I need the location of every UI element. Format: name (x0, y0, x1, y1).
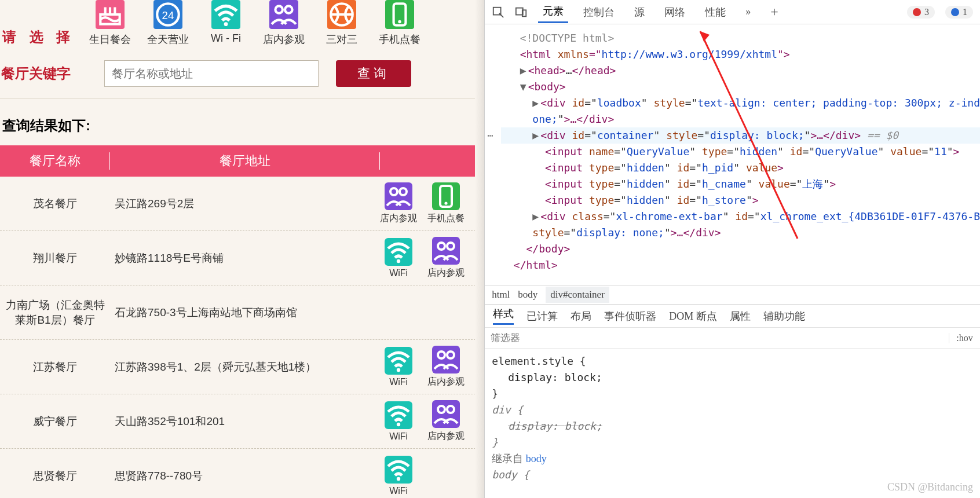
subtab-styles[interactable]: 样式 (493, 307, 514, 325)
svg-point-16 (397, 259, 400, 262)
category-list: 生日餐会24全天营业Wi - Fi店内参观三对三手机点餐 (87, 0, 423, 46)
tab-network[interactable]: 网络 (660, 2, 690, 23)
device-icon[interactable] (515, 6, 528, 19)
search-label: 餐厅关键字 (0, 64, 87, 83)
svg-point-25 (397, 477, 400, 480)
badge-label: WiFi (389, 431, 408, 442)
badge-label: 手机点餐 (427, 213, 465, 225)
row-badge[interactable]: WiFi (380, 401, 417, 442)
row-badges: 店内参观手机点餐 (380, 182, 484, 225)
table-row: 江苏餐厅江苏路398号1、2层（舜元弘基天地1楼）WiFi店内参观 (0, 340, 484, 394)
row-badge[interactable]: 店内参观 (427, 400, 465, 442)
row-name: 翔川餐厅 (0, 247, 110, 269)
category-label: 生日餐会 (89, 32, 131, 46)
row-badges: WiFi店内参观 (380, 346, 484, 388)
svg-point-7 (275, 6, 283, 13)
subtab-props[interactable]: 属性 (730, 309, 751, 323)
search-input[interactable] (104, 60, 319, 87)
tab-more[interactable]: » (741, 2, 755, 21)
svg-text:24: 24 (162, 9, 174, 21)
crumb-container[interactable]: div#container (546, 287, 609, 303)
category-item[interactable]: 三对三 (319, 0, 365, 46)
error-count[interactable]: 3 (907, 6, 935, 19)
tab-performance[interactable]: 性能 (700, 2, 730, 23)
category-item[interactable]: Wi - Fi (203, 0, 249, 46)
row-address: 吴江路269号2层 (110, 193, 380, 215)
subtab-computed[interactable]: 已计算 (526, 309, 558, 323)
tab-elements[interactable]: 元素 (538, 1, 568, 23)
svg-point-11 (398, 20, 401, 23)
th-name: 餐厅名称 (0, 152, 110, 170)
message-count[interactable]: 1 (945, 6, 973, 19)
wifi-icon (385, 456, 412, 484)
devtools-toolbar: 元素 控制台 源 网络 性能 » + 3 1 (485, 0, 980, 24)
row-badge[interactable]: WiFi (380, 238, 417, 279)
devtools-panel: 元素 控制台 源 网络 性能 » + 3 1 <!DOCTYPE html> <… (485, 0, 980, 498)
row-badges: WiFi店内参观 (380, 400, 484, 442)
people-icon (269, 0, 298, 29)
row-badge[interactable]: WiFi (380, 456, 417, 496)
wifi-icon (385, 401, 412, 429)
inspect-icon[interactable] (492, 6, 504, 19)
svg-point-8 (285, 6, 292, 13)
badge-label: WiFi (389, 486, 408, 496)
crumb-body[interactable]: body (518, 289, 537, 301)
row-badge[interactable]: 手机点餐 (427, 182, 465, 225)
search-button[interactable]: 查询 (336, 60, 411, 87)
category-label: 三对三 (326, 32, 357, 46)
table-row: 茂名餐厅吴江路269号2层店内参观手机点餐 (0, 177, 484, 231)
svg-point-19 (397, 368, 400, 371)
table-row: 思贤餐厅思贤路778--780号WiFi (0, 449, 484, 498)
people-icon (432, 400, 460, 428)
badge-label: 店内参观 (380, 213, 417, 225)
row-name: 茂名餐厅 (0, 193, 110, 215)
table-header: 餐厅名称 餐厅地址 (0, 145, 484, 177)
category-item[interactable]: 手机点餐 (376, 0, 423, 46)
tab-add[interactable]: + (766, 1, 783, 23)
badge-label: 店内参观 (427, 267, 465, 279)
wifi-icon (385, 347, 412, 375)
phone-icon (385, 0, 414, 29)
crumb-html[interactable]: html (492, 289, 510, 301)
table-row: 威宁餐厅天山路352号101和201WiFi店内参观 (0, 394, 484, 449)
row-address: 妙镜路1118号E号商铺 (110, 247, 380, 269)
row-address: 思贤路778--780号 (110, 465, 380, 487)
svg-point-18 (447, 243, 454, 250)
styles-filter-row: :hov (485, 328, 980, 349)
wifi-icon (385, 238, 412, 266)
category-label: 手机点餐 (379, 32, 420, 46)
subtab-a11y[interactable]: 辅助功能 (763, 309, 805, 323)
hov-toggle[interactable]: :hov (949, 333, 980, 343)
styles-pane[interactable]: element.style { display: block; } div { … (485, 349, 980, 498)
styles-filter-input[interactable] (485, 330, 949, 346)
svg-point-24 (447, 406, 454, 413)
wifi-icon (211, 0, 240, 29)
svg-point-21 (447, 351, 454, 358)
svg-point-17 (438, 243, 445, 250)
category-label: 全天营业 (147, 32, 189, 46)
row-badge[interactable]: 店内参观 (380, 182, 417, 225)
people-icon (385, 182, 412, 210)
phone-icon (432, 182, 460, 210)
subtab-listeners[interactable]: 事件侦听器 (604, 309, 656, 323)
tab-sources[interactable]: 源 (630, 2, 649, 23)
row-badge[interactable]: 店内参观 (427, 237, 465, 279)
tab-console[interactable]: 控制台 (579, 2, 619, 23)
subtab-dombreak[interactable]: DOM 断点 (669, 309, 717, 323)
table-row: 力南广场（汇金奥特莱斯B1层）餐厅石龙路750-3号上海南站地下商场南馆 (0, 285, 484, 340)
category-label: Wi - Fi (211, 32, 241, 45)
category-item[interactable]: 店内参观 (261, 0, 307, 46)
subtab-layout[interactable]: 布局 (571, 309, 591, 323)
row-badge[interactable]: 店内参观 (427, 346, 465, 388)
category-item[interactable]: 24全天营业 (145, 0, 191, 46)
category-item[interactable]: 生日餐会 (87, 0, 133, 46)
row-badge[interactable]: WiFi (380, 347, 417, 387)
clock24-icon: 24 (153, 0, 182, 29)
category-label: 店内参观 (263, 32, 305, 46)
badge-label: 店内参观 (427, 376, 465, 388)
row-address: 天山路352号101和201 (110, 411, 380, 433)
styles-subtabs: 样式 已计算 布局 事件侦听器 DOM 断点 属性 辅助功能 (485, 305, 980, 328)
dom-tree[interactable]: <!DOCTYPE html> <html xmlns="http://www.… (485, 24, 980, 285)
watermark: CSDN @Bitdancing (887, 481, 973, 493)
cake-icon (96, 0, 125, 29)
